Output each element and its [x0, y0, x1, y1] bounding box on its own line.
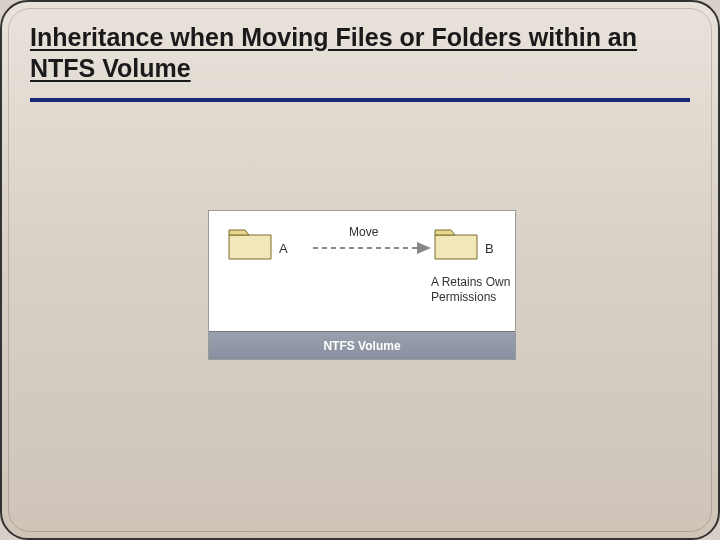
folder-icon-b: [433, 227, 479, 261]
permissions-note: A Retains Own Permissions: [431, 275, 521, 305]
diagram-container: A Move B A Retains Own Permissions NTFS …: [208, 210, 516, 360]
move-arrow-icon: [313, 241, 431, 255]
folder-label-a: A: [279, 241, 288, 256]
folder-icon-a: [227, 227, 273, 261]
folder-label-b: B: [485, 241, 494, 256]
ntfs-volume-bar: NTFS Volume: [209, 331, 515, 359]
slide-title: Inheritance when Moving Files or Folders…: [30, 22, 690, 85]
title-underline-rule: [30, 98, 690, 102]
svg-marker-1: [417, 242, 431, 254]
slide-frame: Inheritance when Moving Files or Folders…: [0, 0, 720, 540]
move-action-label: Move: [349, 225, 378, 239]
ntfs-volume-label: NTFS Volume: [323, 339, 400, 353]
